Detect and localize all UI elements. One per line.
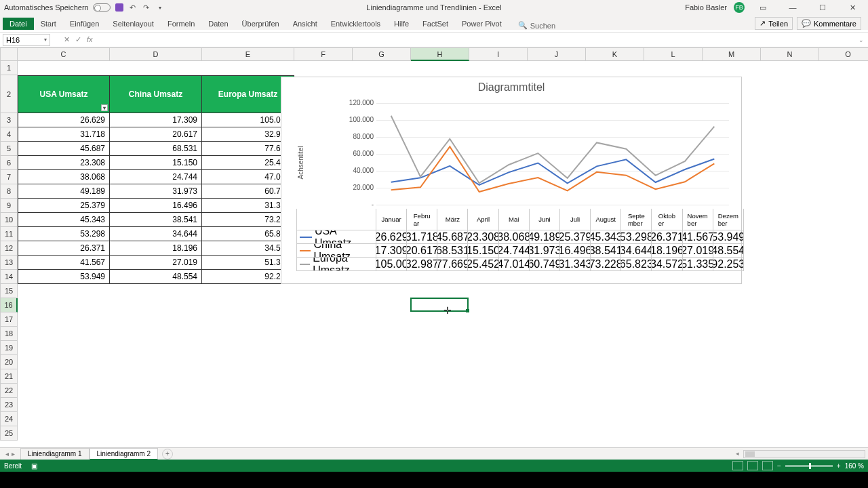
row-header[interactable]: 5 [0,142,18,156]
row-header[interactable]: 18 [0,327,18,341]
autosave-toggle[interactable] [93,3,111,12]
line-chart[interactable]: DiagrammtitelAchsentitel120.000100.00080… [281,77,742,284]
ribbon-tab-formeln[interactable]: Formeln [161,18,201,30]
confirm-icon[interactable]: ✓ [75,35,81,44]
ribbon-tab-seitenlayout[interactable]: Seitenlayout [106,18,161,30]
table-cell[interactable]: 23.308 [18,156,110,170]
save-icon[interactable] [115,3,124,12]
ribbon-tab-überprüfen[interactable]: Überprüfen [235,18,286,30]
name-box[interactable]: H16 ▾ [3,34,50,46]
table-cell[interactable]: 20.617 [110,127,202,142]
view-layout-icon[interactable] [747,461,758,470]
tell-me-search[interactable]: 🔍 Suchen [518,21,555,30]
row-header[interactable]: 21 [0,369,18,384]
row-header[interactable]: 2 [0,75,18,113]
table-cell[interactable]: 34.644 [110,227,202,241]
ribbon-tab-hilfe[interactable]: Hilfe [387,18,416,30]
column-header[interactable]: F [294,47,353,61]
zoom-level[interactable]: 160 % [845,462,864,470]
formula-input[interactable] [97,34,854,46]
table-cell[interactable]: 31.718 [18,127,110,142]
cancel-icon[interactable]: ✕ [64,35,70,44]
redo-icon[interactable]: ↷ [142,3,151,12]
table-cell[interactable]: 31.973 [110,184,202,199]
sheet-tab[interactable]: Liniendiagramm 1 [20,448,90,460]
row-header[interactable]: 19 [0,341,18,355]
add-sheet-button[interactable]: + [162,449,173,460]
row-header[interactable]: 6 [0,156,18,170]
macro-record-icon[interactable]: ▣ [31,462,37,470]
table-cell[interactable]: 49.189 [18,184,110,199]
column-header[interactable]: G [353,47,411,61]
chart-series-line[interactable] [391,146,715,192]
close-icon[interactable]: ✕ [841,1,864,14]
row-header[interactable]: 24 [0,412,18,426]
zoom-out-icon[interactable]: − [777,462,781,470]
column-header[interactable]: O [819,47,868,61]
column-header[interactable]: E [202,47,294,61]
row-header[interactable]: 3 [0,113,18,127]
chart-legend-item[interactable]: Europa Umsatz [296,258,376,271]
table-cell[interactable]: 17.309 [110,113,202,127]
column-header[interactable]: L [644,47,703,61]
row-header[interactable]: 8 [0,184,18,199]
ribbon-tab-ansicht[interactable]: Ansicht [286,18,324,30]
chart-legend-item[interactable]: China Umsatz [296,244,376,258]
table-cell[interactable]: 41.567 [18,256,110,270]
table-header[interactable]: China Umsatz [110,75,202,113]
table-cell[interactable]: 16.496 [110,199,202,213]
filter-icon[interactable]: ▾ [101,104,108,111]
column-header[interactable]: J [528,47,586,61]
row-header[interactable]: 11 [0,227,18,241]
undo-icon[interactable]: ↶ [128,3,138,12]
table-cell[interactable]: 25.379 [18,199,110,213]
column-header[interactable]: D [110,47,202,61]
row-header[interactable]: 25 [0,426,18,441]
row-header[interactable]: 22 [0,384,18,398]
column-header[interactable]: H [411,47,469,61]
view-normal-icon[interactable] [732,461,743,470]
row-header[interactable]: 20 [0,355,18,369]
ribbon-tab-daten[interactable]: Daten [201,18,235,30]
ribbon-tab-factset[interactable]: FactSet [416,18,455,30]
ribbon-tab-einfügen[interactable]: Einfügen [63,18,106,30]
table-cell[interactable]: 68.531 [110,142,202,156]
column-header[interactable]: C [18,47,110,61]
ribbon-tab-start[interactable]: Start [34,18,63,30]
sheet-nav-prev-icon[interactable]: ◂ [5,450,9,458]
table-header[interactable]: USA Umsatz▾ [18,75,110,113]
row-header[interactable]: 1 [0,61,18,75]
row-header[interactable]: 10 [0,213,18,227]
column-header[interactable]: N [761,47,819,61]
table-cell[interactable]: 45.687 [18,142,110,156]
sheet-tab[interactable]: Liniendiagramm 2 [90,448,159,460]
chart-title[interactable]: Diagrammtitel [281,77,741,98]
table-cell[interactable]: 53.298 [18,227,110,241]
table-cell[interactable]: 24.744 [110,170,202,184]
sheet-nav-next-icon[interactable]: ▸ [12,450,15,458]
table-cell[interactable]: 48.554 [110,270,202,284]
chart-series-line[interactable] [391,159,715,185]
row-header[interactable]: 12 [0,241,18,256]
column-header[interactable]: K [586,47,644,61]
view-break-icon[interactable] [762,461,773,470]
comments-button[interactable]: 💬 Kommentare [797,17,861,30]
active-cell[interactable] [410,298,469,312]
horizontal-scrollbar[interactable]: ◂ ▸ [743,450,865,458]
table-cell[interactable]: 26.629 [18,113,110,127]
y-axis-title[interactable]: Achsentitel [297,125,304,180]
row-header[interactable]: 14 [0,270,18,284]
table-cell[interactable]: 45.343 [18,213,110,227]
column-header[interactable]: I [469,47,528,61]
table-cell[interactable]: 38.541 [110,213,202,227]
user-avatar[interactable]: FB [734,2,745,13]
ribbon-tab-entwicklertools[interactable]: Entwicklertools [324,18,387,30]
zoom-in-icon[interactable]: + [837,462,841,470]
qat-dropdown-icon[interactable]: ▾ [155,3,165,12]
share-button[interactable]: ↗ Teilen [755,17,793,30]
ribbon-tab-datei[interactable]: Datei [3,18,34,30]
ribbon-display-icon[interactable]: ▭ [751,1,774,14]
maximize-icon[interactable]: ☐ [811,1,834,14]
row-header[interactable]: 13 [0,256,18,270]
row-header[interactable]: 4 [0,127,18,142]
